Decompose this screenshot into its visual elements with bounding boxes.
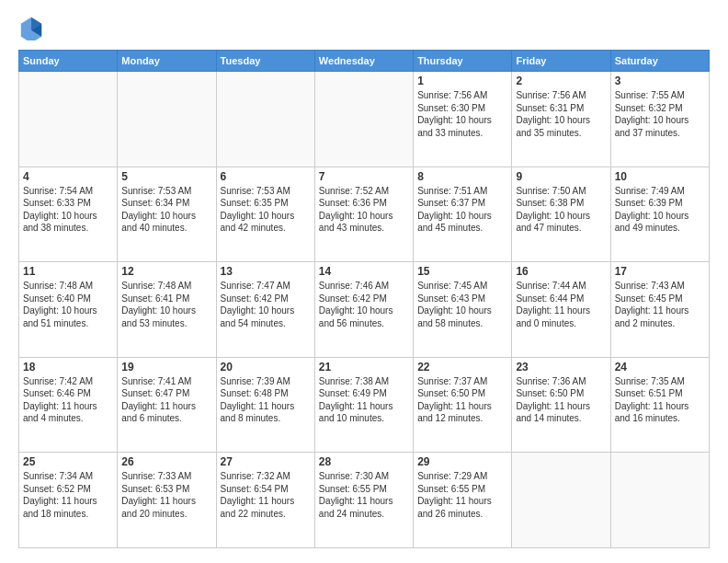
day-cell: 22Sunrise: 7:37 AM Sunset: 6:50 PM Dayli…: [414, 357, 512, 453]
day-cell: 12Sunrise: 7:48 AM Sunset: 6:41 PM Dayli…: [118, 262, 216, 358]
day-info: Sunrise: 7:41 AM Sunset: 6:47 PM Dayligh…: [121, 375, 211, 425]
day-number: 23: [516, 361, 606, 373]
day-number: 20: [221, 361, 311, 373]
day-number: 15: [417, 265, 507, 278]
week-row-3: 11Sunrise: 7:48 AM Sunset: 6:40 PM Dayli…: [19, 262, 710, 358]
day-cell: 19Sunrise: 7:41 AM Sunset: 6:47 PM Dayli…: [118, 357, 216, 453]
day-number: 8: [417, 170, 507, 183]
day-cell: [314, 72, 413, 167]
day-info: Sunrise: 7:48 AM Sunset: 6:40 PM Dayligh…: [23, 280, 113, 329]
day-info: Sunrise: 7:45 AM Sunset: 6:43 PM Dayligh…: [417, 280, 507, 329]
day-cell: 9Sunrise: 7:50 AM Sunset: 6:38 PM Daylig…: [512, 167, 610, 262]
day-cell: 20Sunrise: 7:39 AM Sunset: 6:48 PM Dayli…: [216, 357, 314, 453]
day-number: 16: [516, 265, 606, 278]
day-number: 12: [121, 265, 211, 278]
day-info: Sunrise: 7:37 AM Sunset: 6:50 PM Dayligh…: [417, 375, 507, 425]
day-number: 21: [319, 361, 409, 373]
day-cell: [118, 72, 216, 167]
day-header-saturday: Saturday: [610, 51, 709, 72]
day-header-sunday: Sunday: [19, 51, 118, 72]
day-number: 11: [23, 265, 113, 278]
logo-icon: [18, 15, 44, 40]
day-number: 14: [319, 265, 409, 278]
day-info: Sunrise: 7:44 AM Sunset: 6:44 PM Dayligh…: [516, 280, 606, 329]
day-cell: 18Sunrise: 7:42 AM Sunset: 6:46 PM Dayli…: [19, 357, 118, 453]
day-info: Sunrise: 7:34 AM Sunset: 6:52 PM Dayligh…: [23, 470, 113, 520]
day-number: 24: [615, 361, 705, 373]
day-number: 28: [319, 455, 409, 468]
day-info: Sunrise: 7:39 AM Sunset: 6:48 PM Dayligh…: [221, 375, 311, 425]
day-info: Sunrise: 7:53 AM Sunset: 6:35 PM Dayligh…: [221, 185, 311, 235]
day-number: 13: [221, 265, 311, 278]
day-number: 27: [221, 455, 311, 468]
day-number: 19: [121, 361, 211, 373]
day-number: 22: [417, 361, 507, 373]
day-header-tuesday: Tuesday: [216, 51, 314, 72]
day-info: Sunrise: 7:55 AM Sunset: 6:32 PM Dayligh…: [615, 89, 705, 139]
day-cell: 7Sunrise: 7:52 AM Sunset: 6:36 PM Daylig…: [314, 167, 413, 262]
calendar-header-row: SundayMondayTuesdayWednesdayThursdayFrid…: [19, 51, 710, 72]
day-cell: 29Sunrise: 7:29 AM Sunset: 6:55 PM Dayli…: [414, 453, 512, 548]
day-cell: [610, 453, 709, 548]
day-number: 1: [417, 75, 507, 87]
day-cell: 17Sunrise: 7:43 AM Sunset: 6:45 PM Dayli…: [610, 262, 709, 358]
week-row-2: 4Sunrise: 7:54 AM Sunset: 6:33 PM Daylig…: [19, 167, 710, 262]
day-cell: 1Sunrise: 7:56 AM Sunset: 6:30 PM Daylig…: [414, 72, 512, 167]
day-cell: [19, 72, 118, 167]
day-number: 17: [615, 265, 705, 278]
logo: [18, 15, 48, 40]
day-header-monday: Monday: [118, 51, 216, 72]
header: [18, 15, 710, 40]
day-info: Sunrise: 7:35 AM Sunset: 6:51 PM Dayligh…: [615, 375, 705, 425]
day-number: 6: [221, 170, 311, 183]
day-number: 9: [516, 170, 606, 183]
day-cell: 27Sunrise: 7:32 AM Sunset: 6:54 PM Dayli…: [216, 453, 314, 548]
day-info: Sunrise: 7:51 AM Sunset: 6:37 PM Dayligh…: [417, 185, 507, 235]
day-number: 7: [319, 170, 409, 183]
day-cell: 14Sunrise: 7:46 AM Sunset: 6:42 PM Dayli…: [314, 262, 413, 358]
day-info: Sunrise: 7:46 AM Sunset: 6:42 PM Dayligh…: [319, 280, 409, 329]
day-info: Sunrise: 7:29 AM Sunset: 6:55 PM Dayligh…: [417, 470, 507, 520]
day-number: 26: [121, 455, 211, 468]
day-cell: [512, 453, 610, 548]
day-info: Sunrise: 7:49 AM Sunset: 6:39 PM Dayligh…: [615, 185, 705, 235]
day-cell: 3Sunrise: 7:55 AM Sunset: 6:32 PM Daylig…: [610, 72, 709, 167]
page: SundayMondayTuesdayWednesdayThursdayFrid…: [0, 0, 728, 563]
day-number: 2: [516, 75, 606, 87]
day-info: Sunrise: 7:50 AM Sunset: 6:38 PM Dayligh…: [516, 185, 606, 235]
day-cell: 23Sunrise: 7:36 AM Sunset: 6:50 PM Dayli…: [512, 357, 610, 453]
day-info: Sunrise: 7:47 AM Sunset: 6:42 PM Dayligh…: [221, 280, 311, 329]
day-info: Sunrise: 7:36 AM Sunset: 6:50 PM Dayligh…: [516, 375, 606, 425]
day-cell: 25Sunrise: 7:34 AM Sunset: 6:52 PM Dayli…: [19, 453, 118, 548]
day-cell: 10Sunrise: 7:49 AM Sunset: 6:39 PM Dayli…: [610, 167, 709, 262]
day-cell: 11Sunrise: 7:48 AM Sunset: 6:40 PM Dayli…: [19, 262, 118, 358]
day-info: Sunrise: 7:33 AM Sunset: 6:53 PM Dayligh…: [121, 470, 211, 520]
day-cell: 6Sunrise: 7:53 AM Sunset: 6:35 PM Daylig…: [216, 167, 314, 262]
week-row-5: 25Sunrise: 7:34 AM Sunset: 6:52 PM Dayli…: [19, 453, 710, 548]
day-info: Sunrise: 7:32 AM Sunset: 6:54 PM Dayligh…: [221, 470, 311, 520]
day-info: Sunrise: 7:42 AM Sunset: 6:46 PM Dayligh…: [23, 375, 113, 425]
day-cell: 4Sunrise: 7:54 AM Sunset: 6:33 PM Daylig…: [19, 167, 118, 262]
day-number: 4: [23, 170, 113, 183]
day-cell: 5Sunrise: 7:53 AM Sunset: 6:34 PM Daylig…: [118, 167, 216, 262]
day-info: Sunrise: 7:56 AM Sunset: 6:31 PM Dayligh…: [516, 89, 606, 139]
day-number: 29: [417, 455, 507, 468]
day-header-thursday: Thursday: [414, 51, 512, 72]
day-info: Sunrise: 7:53 AM Sunset: 6:34 PM Dayligh…: [121, 185, 211, 235]
day-cell: 13Sunrise: 7:47 AM Sunset: 6:42 PM Dayli…: [216, 262, 314, 358]
day-header-friday: Friday: [512, 51, 610, 72]
day-cell: 21Sunrise: 7:38 AM Sunset: 6:49 PM Dayli…: [314, 357, 413, 453]
day-info: Sunrise: 7:56 AM Sunset: 6:30 PM Dayligh…: [417, 89, 507, 139]
day-info: Sunrise: 7:54 AM Sunset: 6:33 PM Dayligh…: [23, 185, 113, 235]
day-number: 10: [615, 170, 705, 183]
day-cell: 8Sunrise: 7:51 AM Sunset: 6:37 PM Daylig…: [414, 167, 512, 262]
day-number: 5: [121, 170, 211, 183]
day-cell: 15Sunrise: 7:45 AM Sunset: 6:43 PM Dayli…: [414, 262, 512, 358]
day-cell: 24Sunrise: 7:35 AM Sunset: 6:51 PM Dayli…: [610, 357, 709, 453]
day-number: 18: [23, 361, 113, 373]
day-info: Sunrise: 7:38 AM Sunset: 6:49 PM Dayligh…: [319, 375, 409, 425]
week-row-1: 1Sunrise: 7:56 AM Sunset: 6:30 PM Daylig…: [19, 72, 710, 167]
day-cell: 16Sunrise: 7:44 AM Sunset: 6:44 PM Dayli…: [512, 262, 610, 358]
day-info: Sunrise: 7:30 AM Sunset: 6:55 PM Dayligh…: [319, 470, 409, 520]
day-number: 3: [615, 75, 705, 87]
